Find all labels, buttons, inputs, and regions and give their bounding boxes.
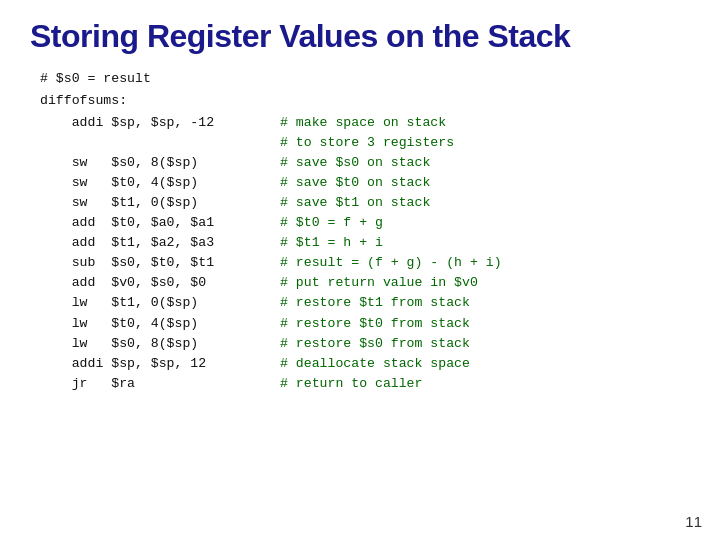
code-left-column: addi $sp, $sp, -12 sw $s0, 8($sp) sw $t0… xyxy=(40,113,270,394)
label-line: diffofsums: xyxy=(40,91,690,111)
code-right-column: # make space on stack # to store 3 regis… xyxy=(280,113,690,394)
header-comment: # $s0 = result xyxy=(40,69,690,89)
slide: Storing Register Values on the Stack # $… xyxy=(0,0,720,540)
code-content: # $s0 = result diffofsums: addi $sp, $sp… xyxy=(30,69,690,394)
code-block: addi $sp, $sp, -12 sw $s0, 8($sp) sw $t0… xyxy=(40,113,690,394)
slide-number: 11 xyxy=(685,513,702,530)
slide-title: Storing Register Values on the Stack xyxy=(30,18,690,55)
